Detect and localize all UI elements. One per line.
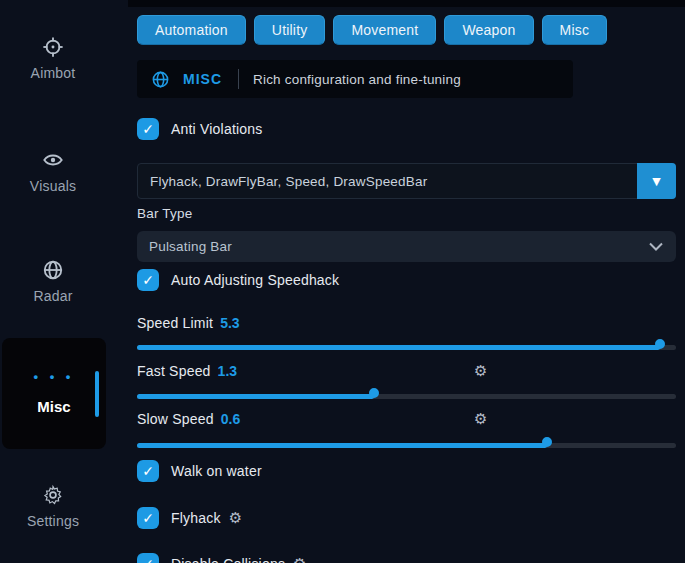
- slider-label: Fast Speed: [137, 363, 211, 379]
- crosshair-icon: [42, 36, 64, 58]
- slider-thumb[interactable]: [369, 388, 379, 398]
- checkbox-label: Anti Violations: [171, 121, 262, 137]
- check-icon: ✓: [142, 273, 154, 287]
- slider-label: Speed Limit: [137, 315, 213, 331]
- sidebar-item-settings[interactable]: Settings: [0, 484, 106, 530]
- slider-value: 1.3: [218, 363, 237, 379]
- category-tabs: Automation Utility Movement Weapon Misc: [137, 15, 607, 45]
- auto-adjusting-checkbox[interactable]: ✓: [137, 269, 159, 291]
- sidebar-item-aimbot[interactable]: Aimbot: [0, 36, 106, 82]
- section-subtitle: Rich configuration and fine-tuning: [253, 72, 461, 87]
- bar-type-label: Bar Type: [137, 206, 192, 221]
- select-value: Pulsating Bar: [137, 239, 649, 254]
- slider-fill: [137, 394, 374, 399]
- disable-collisions-checkbox[interactable]: ✓: [137, 553, 159, 563]
- gear-icon[interactable]: ⚙: [474, 364, 487, 379]
- check-icon: ✓: [142, 511, 154, 525]
- multiselect-dropdown-button[interactable]: ▼: [637, 163, 676, 199]
- section-title: MISC: [183, 71, 222, 87]
- slow-speed-label-row: Slow Speed0.6 ⚙: [137, 411, 676, 429]
- sidebar-item-label: Visuals: [30, 178, 76, 194]
- globe-icon: [42, 259, 64, 281]
- speed-limit-slider[interactable]: [137, 345, 676, 350]
- anti-violations-row: ✓ Anti Violations: [137, 117, 262, 141]
- check-icon: ✓: [142, 464, 154, 478]
- active-indicator-bar: [95, 371, 99, 417]
- tab-movement[interactable]: Movement: [333, 15, 436, 45]
- bar-type-select[interactable]: Pulsating Bar: [137, 231, 676, 262]
- ellipsis-icon: • • •: [2, 369, 106, 384]
- slow-speed-slider[interactable]: [137, 443, 676, 448]
- slider-fill: [137, 443, 547, 448]
- gear-icon[interactable]: ⚙: [293, 557, 306, 563]
- anti-violations-checkbox[interactable]: ✓: [137, 118, 159, 140]
- tab-misc[interactable]: Misc: [542, 15, 608, 45]
- gear-icon: [42, 484, 64, 506]
- sidebar-item-visuals[interactable]: Visuals: [0, 149, 106, 195]
- disable-collisions-row: ✓ Disable Collisions ⚙: [137, 552, 307, 563]
- speed-limit-label-row: Speed Limit5.3: [137, 315, 676, 333]
- checkbox-label: Disable Collisions: [171, 556, 285, 563]
- sidebar-item-label: Misc: [2, 398, 106, 415]
- multiselect-value: Flyhack, DrawFlyBar, Speed, DrawSpeedBar: [138, 174, 637, 189]
- flyhack-checkbox[interactable]: ✓: [137, 507, 159, 529]
- slider-fill: [137, 345, 660, 350]
- gear-icon[interactable]: ⚙: [474, 412, 487, 427]
- checkbox-label: Walk on water: [171, 463, 262, 479]
- slider-value: 5.3: [220, 315, 239, 331]
- section-banner: MISC Rich configuration and fine-tuning: [137, 60, 573, 98]
- tab-automation[interactable]: Automation: [137, 15, 246, 45]
- mod-menu-window: Aimbot Visuals Radar • • •: [0, 0, 685, 563]
- walk-on-water-checkbox[interactable]: ✓: [137, 460, 159, 482]
- top-strip: [128, 0, 685, 7]
- check-icon: ✓: [142, 557, 154, 563]
- fast-speed-label-row: Fast Speed1.3 ⚙: [137, 363, 676, 381]
- sidebar-item-misc-active[interactable]: • • • Misc: [2, 338, 106, 449]
- divider: [238, 69, 239, 89]
- gear-icon[interactable]: ⚙: [229, 511, 242, 526]
- flyhack-row: ✓ Flyhack ⚙: [137, 506, 242, 530]
- checkbox-label: Auto Adjusting Speedhack: [171, 272, 339, 288]
- checkbox-label: Flyhack: [171, 510, 221, 526]
- fast-speed-slider[interactable]: [137, 394, 676, 399]
- tab-utility[interactable]: Utility: [254, 15, 326, 45]
- violations-multiselect[interactable]: Flyhack, DrawFlyBar, Speed, DrawSpeedBar…: [137, 163, 676, 199]
- sidebar: Aimbot Visuals Radar • • •: [0, 0, 130, 563]
- triangle-down-icon: ▼: [652, 175, 660, 188]
- slider-thumb[interactable]: [542, 437, 552, 447]
- chevron-down-icon: [649, 242, 663, 251]
- globe-icon: [151, 70, 170, 89]
- sidebar-item-label: Aimbot: [31, 65, 76, 81]
- slider-value: 0.6: [221, 411, 240, 427]
- slider-label: Slow Speed: [137, 411, 214, 427]
- sidebar-item-label: Radar: [33, 288, 72, 304]
- auto-adjusting-row: ✓ Auto Adjusting Speedhack: [137, 268, 339, 292]
- tab-weapon[interactable]: Weapon: [444, 15, 533, 45]
- slider-thumb[interactable]: [655, 339, 665, 349]
- eye-icon: [42, 149, 64, 171]
- walk-on-water-row: ✓ Walk on water: [137, 459, 262, 483]
- sidebar-item-radar[interactable]: Radar: [0, 259, 106, 305]
- sidebar-item-label: Settings: [27, 513, 79, 529]
- check-icon: ✓: [142, 122, 154, 136]
